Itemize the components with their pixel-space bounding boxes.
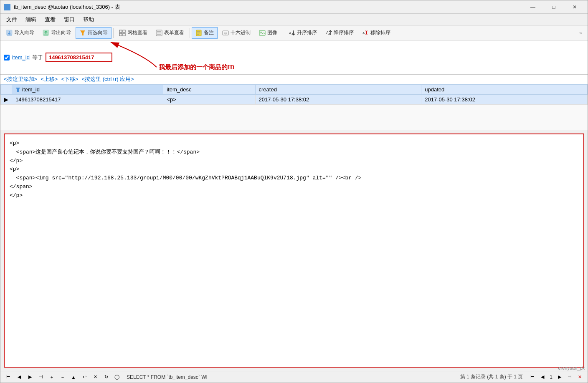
toolbar: 导入向导 导出向导 筛选向导 网格查看 — [0, 25, 588, 40]
cell-item-id[interactable]: 149613708215417 — [12, 95, 163, 105]
import-wizard-button[interactable]: 导入向导 — [2, 27, 38, 39]
menu-window[interactable]: 窗口 — [60, 14, 79, 25]
form-view-button[interactable]: 表单查看 — [152, 27, 188, 39]
image-icon — [259, 30, 266, 36]
import-icon — [6, 30, 13, 36]
svg-rect-2 — [7, 35, 12, 35]
filter-checkbox[interactable] — [4, 55, 10, 60]
nav-cut-button[interactable]: ✕ — [91, 373, 100, 381]
nav-next-button[interactable]: ▶ — [25, 373, 35, 381]
menu-help[interactable]: 帮助 — [79, 14, 98, 25]
grid-icon — [119, 30, 126, 36]
empty-area — [0, 105, 588, 130]
preview-line-5: <span><img src="http://192.168.25.133/gr… — [10, 174, 578, 183]
svg-rect-7 — [119, 30, 122, 33]
cell-updated: 2017-05-30 17:38:02 — [421, 95, 588, 105]
filter-up-link[interactable]: <上移> — [41, 76, 58, 83]
table-row[interactable]: ▶ 149613708215417 <p> 2017-05-30 17:38:0… — [1, 95, 588, 105]
content-preview[interactable]: <p> <span>这是国产良心笔记本，你说你要不要支持国产？呵呵！！！</sp… — [4, 134, 584, 368]
minimize-button[interactable]: — — [523, 1, 542, 13]
preview-wrapper: <p> <span>这是国产良心笔记本，你说你要不要支持国产？呵呵！！！</sp… — [0, 130, 588, 371]
nav-add-button[interactable]: + — [47, 373, 56, 381]
export-wizard-button[interactable]: 导出向导 — [39, 27, 75, 39]
maximize-button[interactable]: □ — [544, 1, 563, 13]
row-indicator: ▶ — [1, 95, 12, 105]
hex-button[interactable]: FF 十六进制 — [218, 27, 254, 39]
app-icon — [4, 4, 10, 10]
svg-rect-10 — [123, 33, 125, 36]
filter-actions: <按这里添加> <上移> <下移> <按这里 (ctrl+r) 应用> — [0, 75, 588, 84]
nav-prev-button[interactable]: ◀ — [15, 373, 24, 381]
nav-first-button[interactable]: ⊢ — [4, 373, 13, 381]
svg-text:我最后添加的一个商品的ID: 我最后添加的一个商品的ID — [158, 63, 235, 71]
remove-sort-icon: A — [362, 30, 369, 36]
menu-edit[interactable]: 编辑 — [21, 14, 41, 25]
table-wrapper: item_id item_desc created updated ▶ 1496… — [0, 84, 588, 105]
toolbar-separator-3 — [283, 28, 283, 38]
menu-file[interactable]: 文件 — [2, 14, 21, 25]
cell-created: 2017-05-30 17:38:02 — [255, 95, 421, 105]
sort-asc-icon: A Z — [289, 30, 295, 36]
filter-down-link[interactable]: <下移> — [61, 76, 78, 83]
nav-refresh-button[interactable]: ↻ — [101, 373, 111, 381]
sort-desc-button[interactable]: Z A 降序排序 — [322, 27, 357, 39]
filter-value[interactable]: 149613708215417 — [46, 53, 112, 62]
status-right: 第 1 条记录 (共 1 条) 于 1 页 ⊢ ◀ 1 ▶ ⊣ ✕ — [460, 373, 584, 381]
th-created[interactable]: created — [255, 85, 421, 95]
menu-bar: 文件 编辑 查看 窗口 帮助 — [0, 14, 588, 25]
toolbar-separator-2 — [190, 28, 190, 38]
sort-desc-icon: Z A — [325, 30, 332, 36]
filter-add-link[interactable]: <按这里添加> — [4, 76, 37, 83]
data-table: item_id item_desc created updated ▶ 1496… — [0, 84, 588, 105]
window-controls: — □ ✕ — [523, 1, 584, 13]
nav-last-button[interactable]: ⊣ — [36, 373, 46, 381]
note-icon — [195, 30, 202, 36]
filter-apply-link[interactable]: <按这里 (ctrl+r) 应用> — [82, 76, 134, 83]
svg-marker-30 — [16, 88, 20, 92]
svg-rect-5 — [43, 35, 48, 35]
form-icon — [156, 30, 162, 36]
page-next-button[interactable]: ▶ — [555, 373, 564, 381]
filter-bar: item_id 等于 149613708215417 我最后添加的一个商品的ID — [0, 40, 588, 75]
close-button[interactable]: ✕ — [565, 1, 584, 13]
nav-up-button[interactable]: ▲ — [69, 373, 78, 381]
preview-line-1: <p> — [10, 139, 578, 148]
arrow-container: 我最后添加的一个商品的ID — [123, 42, 207, 73]
toolbar-more[interactable]: » — [579, 30, 586, 36]
svg-marker-6 — [80, 30, 85, 35]
th-item-id[interactable]: item_id — [12, 85, 163, 95]
preview-line-3: </p> — [10, 157, 578, 166]
preview-line-6: </span> — [10, 183, 578, 192]
annotation-arrow: 我最后添加的一个商品的ID — [123, 42, 207, 71]
current-page: 1 — [550, 374, 553, 380]
cell-item-desc[interactable]: <p> — [163, 95, 255, 105]
page-prev-button[interactable]: ◀ — [538, 373, 547, 381]
nav-clear-button[interactable]: ◯ — [112, 373, 122, 381]
page-last-button[interactable]: ⊣ — [565, 373, 574, 381]
filter-wizard-button[interactable]: 筛选向导 — [76, 27, 112, 39]
menu-view[interactable]: 查看 — [41, 14, 60, 25]
image-button[interactable]: 图像 — [255, 27, 281, 39]
preview-line-2: <span>这是国产良心笔记本，你说你要不要支持国产？呵呵！！！</span> — [10, 148, 578, 157]
remove-sort-button[interactable]: A 移除排序 — [358, 27, 394, 39]
sort-asc-button[interactable]: A Z 升序排序 — [285, 27, 321, 39]
filter-operator: 等于 — [32, 54, 43, 61]
title-bar: tb_item_desc @taotao (localhost_3306) - … — [0, 0, 588, 14]
svg-rect-9 — [119, 33, 122, 36]
note-button[interactable]: 备注 — [192, 27, 218, 39]
page-first-button[interactable]: ⊢ — [528, 373, 537, 381]
nav-delete-button[interactable]: − — [58, 373, 67, 381]
th-updated[interactable]: updated — [421, 85, 588, 95]
th-item-desc[interactable]: item_desc — [163, 85, 255, 95]
status-bar: ⊢ ◀ ▶ ⊣ + − ▲ ↩ ✕ ↻ ◯ SELECT * FROM `tb_… — [0, 371, 588, 383]
grid-view-button[interactable]: 网格查看 — [115, 27, 151, 39]
th-indicator — [1, 85, 12, 95]
filter-field[interactable]: item_id — [12, 54, 30, 60]
svg-rect-8 — [123, 30, 125, 33]
page-close-button[interactable]: ✕ — [575, 373, 584, 381]
status-sql: SELECT * FROM `tb_item_desc` WI — [127, 374, 208, 380]
preview-line-4: <p> — [10, 165, 578, 174]
nav-undo-button[interactable]: ↩ — [80, 373, 89, 381]
svg-text:FF: FF — [224, 32, 228, 35]
preview-line-7: </p> — [10, 192, 578, 200]
